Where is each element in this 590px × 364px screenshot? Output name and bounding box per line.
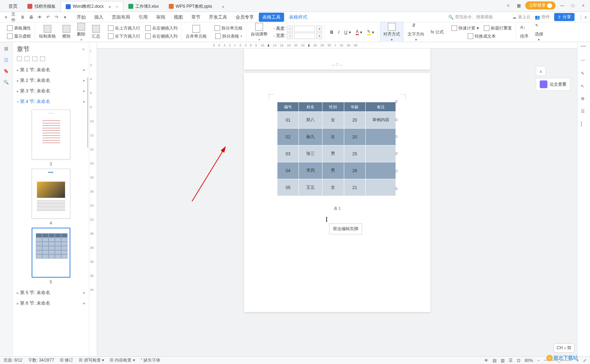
quick-calc-button[interactable]: 快速计算 ▾	[450, 25, 480, 32]
status-spell[interactable]: ☒ 拼写检查 ▾	[79, 357, 104, 363]
section-item-active[interactable]: ▿ 第 4 节: 未命名▾	[15, 96, 86, 107]
focus-mode-icon[interactable]: ⊡	[517, 358, 520, 363]
window-close-button[interactable]: ×	[579, 2, 587, 9]
insert-col-left-button[interactable]: 在左侧插入列	[144, 25, 179, 32]
table-row[interactable]: 02杨九女20	[277, 129, 396, 145]
chevron-down-icon[interactable]: ▾	[83, 68, 85, 72]
tab-insert[interactable]: 插入	[91, 13, 107, 22]
hamburger-icon[interactable]: ≡	[3, 14, 9, 20]
cell[interactable]	[366, 179, 396, 196]
collab-button[interactable]: 👥协作	[535, 14, 550, 20]
cell[interactable]: 01	[277, 112, 299, 129]
table-row[interactable]: 01郑八女20举例内容	[277, 112, 396, 129]
italic-button[interactable]: I	[337, 29, 341, 35]
cell[interactable]: 20	[344, 112, 365, 129]
sbt-collapse-icon[interactable]	[17, 56, 22, 61]
outline-icon[interactable]: ▤	[3, 45, 10, 52]
rr-settings-icon[interactable]: ⚙	[581, 96, 587, 103]
width-dec[interactable]: −	[287, 33, 293, 39]
section-item[interactable]: ▸ 第 5 节: 未命名▾	[15, 287, 86, 298]
table-row[interactable]: 03张三男25	[277, 145, 396, 162]
cell[interactable]	[366, 145, 396, 162]
highlight-button[interactable]: ✎ ▾	[366, 28, 376, 36]
zoom-value[interactable]: 80%	[525, 358, 533, 363]
cell[interactable]: 05	[277, 179, 299, 196]
repeat-header-button[interactable]: 标题行重复	[482, 25, 513, 32]
delete-button[interactable]: 删除▾	[75, 23, 88, 41]
tab-pagelayout[interactable]: 页面布局	[108, 13, 134, 22]
undo-icon[interactable]: ↶	[45, 14, 51, 20]
layout-icon-2[interactable]: ▦	[515, 2, 522, 9]
prev-page-footer[interactable]: — 7 —	[244, 48, 430, 70]
draw-table-button[interactable]: 绘制表格	[37, 25, 58, 39]
section-item[interactable]: ▸ 第 3 节: 未命名▾	[15, 86, 86, 96]
tab-devtools[interactable]: 开发工具	[205, 13, 231, 22]
cell[interactable]: 王五	[299, 179, 322, 196]
col-marker[interactable]: ▮	[268, 44, 269, 47]
tab-table-style[interactable]: 表格样式	[286, 13, 311, 22]
tab-sheet[interactable]: 工作簿3.xlsx	[123, 1, 164, 12]
table-header-row[interactable]: 编号 姓名 性别 年龄 备注	[277, 102, 396, 112]
height-inc[interactable]: +	[316, 26, 322, 32]
table-handle[interactable]	[395, 188, 397, 190]
tab-table-tools[interactable]: 表格工具	[259, 13, 284, 22]
redo-icon[interactable]: ↷	[53, 14, 60, 20]
cell[interactable]: 28	[344, 162, 365, 179]
page-thumbnail[interactable]: ———	[32, 110, 70, 160]
cell[interactable]: 女	[322, 129, 344, 145]
cell[interactable]: 举例内容	[366, 112, 396, 129]
status-page[interactable]: 页面: 8/12	[4, 357, 23, 363]
search-input[interactable]: 🔍查找命令、搜索模板	[448, 14, 508, 20]
cell[interactable]: 02	[277, 129, 299, 145]
sidebar-scrollbar[interactable]	[87, 77, 88, 148]
cell[interactable]: 郑八	[299, 112, 322, 129]
text-direction-button[interactable]: ⇵文字方向▾	[405, 23, 427, 41]
cell[interactable]: 杨九	[299, 129, 322, 145]
insert-row-above-button[interactable]: 在上方插入行	[107, 25, 142, 32]
chevron-down-icon[interactable]: ▾	[83, 100, 85, 104]
cell[interactable]: 女	[322, 112, 344, 129]
width-input[interactable]	[294, 33, 315, 39]
status-words[interactable]: 字数: 34/2877	[28, 357, 54, 363]
col-id[interactable]: 编号	[277, 102, 299, 112]
paper-check-button[interactable]: 论文查重	[536, 78, 570, 91]
table-handle[interactable]	[395, 136, 397, 138]
page[interactable]: 编号 姓名 性别 年龄 备注 01郑八女20举例内容 02杨九女20 03张三男…	[244, 73, 430, 312]
formula-button[interactable]: fx 公式	[429, 29, 446, 35]
tab-word-doc[interactable]: Word教程2.docx●×	[60, 1, 123, 12]
preview-icon[interactable]: 👁	[37, 14, 43, 20]
bookmark-icon[interactable]: 🔖	[3, 67, 10, 74]
split-table-button[interactable]: 拆分表格 ▾	[214, 33, 244, 40]
vertical-ruler[interactable]: |246810121416182022242628303234	[89, 42, 97, 356]
table-handle[interactable]	[395, 152, 397, 155]
horizontal-ruler[interactable]: 8642▿246810▮1416182022▮262830▿343638	[97, 42, 577, 48]
sidebar-close-icon[interactable]: ×	[82, 47, 85, 52]
chevron-down-icon[interactable]: ▾	[83, 301, 85, 305]
more-icon[interactable]	[581, 122, 587, 128]
tab-review[interactable]: 审阅	[153, 13, 169, 22]
summary-button[interactable]: 汇总	[90, 25, 102, 39]
sbt-add-icon[interactable]	[32, 56, 37, 61]
minimize-button[interactable]: —	[558, 2, 566, 9]
cell[interactable]: 李四	[299, 162, 322, 179]
cell[interactable]	[366, 129, 396, 145]
section-item[interactable]: ▸ 第 2 节: 未命名▾	[15, 75, 86, 86]
status-missing-font[interactable]: ᵀ 缺失字体	[141, 357, 160, 363]
page-thumbnail[interactable]: ■■■■	[32, 169, 70, 219]
view-web-icon[interactable]: ▥	[501, 358, 505, 363]
save-icon[interactable]: 🗎	[20, 14, 26, 20]
rr-edit-icon[interactable]: ✎	[581, 71, 587, 77]
drag-handle-icon[interactable]	[581, 46, 587, 52]
font-color-button[interactable]: A ▾	[354, 28, 364, 36]
status-content[interactable]: ☒ 内容检查 ▾	[110, 357, 135, 363]
col-gender[interactable]: 性别	[322, 102, 344, 112]
cloud-status[interactable]: ☁未上云	[512, 14, 531, 20]
indent-marker[interactable]: ▿	[234, 44, 236, 47]
tab-templates[interactable]: 找稻壳模板	[23, 1, 60, 12]
tab-reference[interactable]: 引用	[135, 13, 151, 22]
sort-button[interactable]: A↓排序	[518, 25, 531, 39]
merge-cells-button[interactable]: 合并单元格	[184, 25, 209, 39]
cell[interactable]: 女	[322, 179, 344, 196]
col-marker[interactable]: ▮	[308, 44, 310, 47]
col-name[interactable]: 姓名	[299, 102, 322, 112]
